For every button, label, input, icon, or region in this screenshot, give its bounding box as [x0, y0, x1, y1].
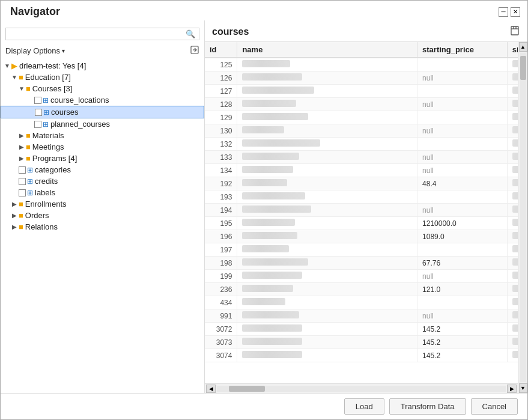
cell-signu [507, 270, 518, 283]
table-inner[interactable]: id name starting_price signu 125126null1… [205, 42, 518, 383]
cell-name [237, 124, 417, 138]
display-options-button[interactable]: Display Options ▾ [5, 46, 65, 55]
col-header-signu: signu [507, 42, 518, 58]
content-area: 🔍 Display Options ▾ [1, 20, 527, 393]
cell-price: 121.0 [417, 283, 508, 296]
tree-item-programs[interactable]: ▶ ■ Programs [4] [1, 153, 204, 164]
tree-item-course-locations[interactable]: ⊞ course_locations [1, 94, 204, 106]
cell-id: 196 [205, 230, 237, 243]
cell-price: null [417, 164, 508, 177]
table-icon-group-courses: ⊞ [35, 108, 49, 117]
cell-name [237, 270, 417, 283]
import-icon [190, 45, 199, 55]
table-icon-group: ⊞ [34, 96, 49, 105]
cell-price: null [417, 98, 508, 111]
cell-name [237, 323, 417, 336]
scroll-left-arrow[interactable]: ◀ [206, 385, 216, 393]
table-row: 128null [205, 98, 518, 111]
cell-name [237, 349, 417, 362]
tree-item-courses[interactable]: ⊞ courses [1, 106, 204, 118]
checkbox-credits [19, 178, 26, 185]
table-row: 3073145.2 [205, 336, 518, 349]
scroll-right-arrow[interactable]: ▶ [507, 385, 517, 393]
table-row: 129 [205, 111, 518, 124]
scroll-h-track[interactable] [217, 386, 506, 392]
cell-id: 3074 [205, 349, 237, 362]
cell-id: 3073 [205, 336, 237, 349]
cell-name [237, 336, 417, 349]
cell-signu [507, 58, 518, 72]
cell-id: 128 [205, 98, 237, 111]
tree-label-meetings: Meetings [32, 142, 64, 151]
scroll-down-arrow[interactable]: ▼ [519, 383, 527, 393]
folder-icon-relations: ■ [19, 222, 23, 231]
minimize-button[interactable]: ─ [499, 7, 508, 17]
table-row: 127 [205, 85, 518, 98]
cancel-button[interactable]: Cancel [471, 398, 518, 415]
tree-item-labels[interactable]: ⊞ labels [1, 187, 204, 198]
cell-name [237, 309, 417, 323]
cell-id: 133 [205, 151, 237, 164]
table-icon-credits: ⊞ [27, 177, 33, 186]
tree-item-planned-courses[interactable]: ⊞ planned_courses [1, 118, 204, 130]
cell-price: 145.2 [417, 336, 508, 349]
table-icon-group-categories: ⊞ [19, 166, 33, 174]
tree-label-education: Education [7] [25, 73, 71, 82]
cell-signu [507, 230, 518, 243]
table-row: 126null [205, 72, 518, 85]
cell-name [237, 138, 417, 151]
cell-name [237, 164, 417, 177]
tree-item-enrollments[interactable]: ▶ ■ Enrollments [1, 198, 204, 210]
table-icon-courses: ⊞ [43, 108, 49, 117]
table-row: 134null [205, 164, 518, 177]
tree-item-meetings[interactable]: ▶ ■ Meetings [1, 141, 204, 153]
search-input[interactable] [10, 29, 186, 38]
table-row: 3074145.2 [205, 349, 518, 362]
tree-item-courses-folder[interactable]: ▼ ■ Courses [3] [1, 83, 204, 94]
cell-signu [507, 323, 518, 336]
table-icon-categories: ⊞ [27, 166, 33, 174]
cell-signu [507, 85, 518, 98]
close-button[interactable]: ✕ [511, 7, 520, 17]
tree-label-credits: credits [35, 177, 58, 186]
cell-id: 195 [205, 217, 237, 230]
tree-item-relations[interactable]: ▶ ■ Relations [1, 221, 204, 233]
tree-item-root[interactable]: ▼ ▶ drieam-test: Yes [4] [1, 60, 204, 72]
scroll-v-track[interactable] [520, 53, 526, 382]
tree-label-planned-courses: planned_courses [50, 120, 110, 129]
table-icon-group-planned: ⊞ [34, 120, 49, 129]
col-header-id: id [205, 42, 237, 58]
transform-data-button[interactable]: Transform Data [389, 398, 466, 415]
cell-price: null [417, 72, 508, 85]
cell-name [237, 217, 417, 230]
vertical-scrollbar[interactable]: ▲ ▼ [518, 42, 527, 393]
export-icon-button[interactable] [509, 25, 520, 38]
tree-area: ▼ ▶ drieam-test: Yes [4] ▼ ■ Education [… [1, 60, 204, 393]
cell-name [237, 230, 417, 243]
table-row: 193 [205, 190, 518, 204]
tree-item-categories[interactable]: ⊞ categories [1, 164, 204, 175]
folder-icon-courses: ■ [26, 84, 31, 93]
cell-signu [507, 124, 518, 138]
scroll-up-arrow[interactable]: ▲ [519, 42, 527, 52]
tree-item-materials[interactable]: ▶ ■ Materials [1, 130, 204, 141]
cell-price [417, 190, 508, 204]
import-icon-button[interactable] [190, 45, 199, 56]
folder-icon-orders: ■ [19, 211, 23, 220]
cell-price [417, 58, 508, 72]
cell-name [237, 296, 417, 309]
cell-name [237, 257, 417, 270]
cell-price [417, 111, 508, 124]
folder-icon: ▶ [11, 61, 17, 70]
tree-item-orders[interactable]: ▶ ■ Orders [1, 210, 204, 221]
table-icon-labels: ⊞ [27, 189, 33, 197]
horizontal-scrollbar[interactable]: ◀ ▶ [205, 383, 518, 393]
title-bar: Navigator ─ ✕ [1, 1, 527, 20]
window-title: Navigator [10, 5, 60, 18]
table-container: id name starting_price signu 125126null1… [205, 42, 527, 393]
cell-price: null [417, 270, 508, 283]
tree-item-credits[interactable]: ⊞ credits [1, 175, 204, 187]
load-button[interactable]: Load [344, 398, 384, 415]
cell-price [417, 85, 508, 98]
tree-item-education[interactable]: ▼ ■ Education [7] [1, 72, 204, 83]
